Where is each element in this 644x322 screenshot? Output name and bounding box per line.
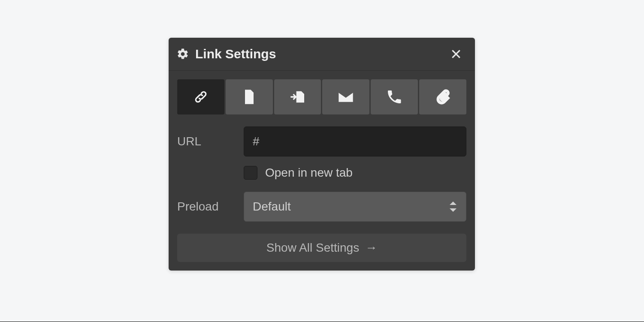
tab-phone[interactable]: [371, 79, 418, 114]
tab-page[interactable]: [226, 79, 273, 114]
show-all-settings-button[interactable]: Show All Settings →: [177, 234, 466, 262]
url-input[interactable]: [244, 126, 466, 156]
close-button[interactable]: [447, 45, 465, 63]
panel-header: Link Settings: [169, 38, 475, 71]
tab-page-section[interactable]: [274, 79, 321, 114]
link-settings-panel: Link Settings: [169, 38, 475, 271]
url-label: URL: [177, 135, 244, 148]
link-icon: [192, 88, 209, 105]
preload-value: Default: [253, 200, 449, 214]
open-new-tab-row: Open in new tab: [244, 166, 466, 180]
page-section-icon: [289, 88, 306, 105]
page-icon: [241, 88, 258, 105]
gear-icon: [176, 48, 189, 60]
preload-select[interactable]: Default: [244, 192, 466, 222]
open-new-tab-label[interactable]: Open in new tab: [265, 166, 353, 180]
preload-label: Preload: [177, 200, 244, 214]
open-new-tab-checkbox[interactable]: [244, 166, 257, 180]
link-type-tabs: [169, 71, 475, 114]
close-icon: [450, 48, 462, 60]
tab-email[interactable]: [322, 79, 369, 114]
preload-row: Preload Default: [177, 192, 466, 222]
tab-link[interactable]: [177, 79, 224, 114]
attachment-icon: [434, 88, 451, 105]
select-caret-icon: [449, 202, 457, 212]
tab-file[interactable]: [419, 79, 466, 114]
panel-title: Link Settings: [195, 47, 447, 61]
url-row: URL: [177, 126, 466, 156]
arrow-right-icon: →: [365, 241, 377, 255]
phone-icon: [386, 88, 403, 105]
fields-area: URL Open in new tab Preload Default: [169, 114, 475, 230]
email-icon: [337, 88, 354, 105]
show-all-settings-label: Show All Settings: [266, 241, 359, 255]
